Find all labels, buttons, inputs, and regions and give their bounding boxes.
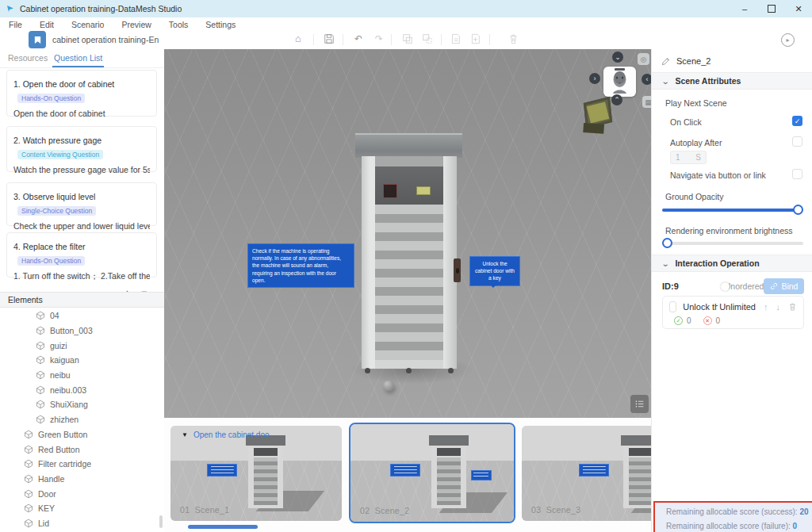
interaction-operation-card[interactable]: Unlock the ca··· Unlimited ↑ ↓ ✓ 0 ✕ 0 <box>662 296 804 329</box>
autoplay-seconds-input[interactable]: 1 S <box>670 151 707 164</box>
menu-tools[interactable]: Tools <box>160 20 197 29</box>
autoplay-checkbox[interactable] <box>792 136 802 147</box>
question-badge: Content Viewing Question <box>17 150 103 159</box>
paste-scene-icon[interactable] <box>470 33 483 46</box>
home-icon[interactable]: ⌂ <box>292 33 304 46</box>
element-item[interactable]: Red Button <box>0 442 164 457</box>
scene-title-row: Scene_2 <box>661 56 710 66</box>
menu-edit[interactable]: Edit <box>31 20 63 29</box>
question-card-1[interactable]: 1. Open the door of cabinetHands-On Ques… <box>6 70 157 117</box>
on-click-checkbox[interactable]: ✓ <box>792 116 802 126</box>
element-item[interactable]: kaiguan <box>0 353 164 368</box>
scene-annotation-left[interactable]: Check if the machine is operating normal… <box>247 243 354 288</box>
menu-settings[interactable]: Settings <box>197 20 244 29</box>
left-panel-tabs: Resources Question List <box>0 49 164 68</box>
pencil-icon[interactable] <box>661 57 670 66</box>
cabinet-model[interactable] <box>362 156 457 369</box>
copy-scene-icon[interactable] <box>450 33 463 46</box>
element-label: neibu <box>50 370 71 380</box>
menu-scenario[interactable]: Scenario <box>63 20 113 29</box>
thumbnail-label <box>390 464 420 477</box>
operation-checkbox[interactable] <box>669 301 676 312</box>
question-desc: Watch the pressure gage value for 5s at … <box>13 165 150 174</box>
orbit-up-button[interactable]: ⌄ <box>612 52 623 63</box>
scene-layers-button[interactable] <box>630 395 649 413</box>
on-click-label: On Click <box>670 117 702 127</box>
element-item[interactable]: Lid <box>0 516 164 531</box>
triangle-down-icon[interactable]: ▼ <box>182 431 188 438</box>
delete-operation-icon[interactable] <box>788 302 797 312</box>
question-card-2[interactable]: 2. Watch pressure gageContent Viewing Qu… <box>6 126 157 172</box>
ungroup-icon[interactable] <box>422 33 435 46</box>
element-item[interactable]: Green Button <box>0 427 164 442</box>
menu-preview[interactable]: Preview <box>113 20 159 29</box>
minimize-button[interactable]: – <box>731 0 758 17</box>
door-lock[interactable] <box>454 258 461 282</box>
element-item[interactable]: KEY <box>0 501 164 516</box>
thumbnails-scrollbar[interactable] <box>188 525 258 529</box>
scene-thumbnail-1[interactable]: ▼ Open the cabinet doo 01 Scene_1 <box>170 426 342 521</box>
ground-opacity-slider[interactable] <box>662 205 803 216</box>
navigate-checkbox[interactable] <box>792 169 802 179</box>
element-label: KEY <box>38 503 55 513</box>
tab-resources[interactable]: Resources <box>8 53 48 63</box>
question-card-3[interactable]: 3. Observe liquid levelSingle-Choice Que… <box>6 182 157 226</box>
element-item[interactable]: Door <box>0 486 164 501</box>
caster-wheel <box>448 368 454 373</box>
viewport-settings-button[interactable]: ◎ <box>638 53 649 65</box>
pressure-gauge[interactable] <box>383 184 397 198</box>
cabinet-top[interactable] <box>355 133 462 158</box>
move-up-icon[interactable]: ↑ <box>764 302 768 312</box>
bind-button[interactable]: Bind <box>764 278 804 294</box>
thumbnail-label <box>579 464 609 477</box>
operation-limit: Unlimited <box>719 302 756 312</box>
chevron-down-icon: ⌄ <box>661 77 670 86</box>
scene-thumbnail-2-selected[interactable]: 02 Scene_2 <box>349 423 515 523</box>
orbit-right-button[interactable]: ‹ <box>642 74 651 85</box>
move-down-icon[interactable]: ↓ <box>776 302 781 312</box>
viewport-3d[interactable]: Check if the machine is operating normal… <box>164 49 651 418</box>
element-item[interactable]: ShuiXiang <box>0 397 164 412</box>
liquid-level-indicator[interactable] <box>416 186 431 195</box>
bind-label: Bind <box>781 281 798 291</box>
element-label: Door <box>38 489 56 499</box>
play-scenario-button[interactable]: ▸ <box>781 33 795 47</box>
element-item[interactable]: Filter cartridge <box>0 457 164 472</box>
group-icon[interactable] <box>402 33 415 46</box>
elements-scrollbar[interactable] <box>159 515 163 528</box>
element-item[interactable]: Button_003 <box>0 323 164 339</box>
element-item[interactable]: neibu.003 <box>0 382 164 397</box>
redo-icon[interactable]: ↷ <box>373 33 385 46</box>
autoplay-after-label: Autoplay After <box>670 138 722 147</box>
close-button[interactable]: ✕ <box>785 0 812 17</box>
view-gizmo[interactable] <box>603 67 636 97</box>
key-object[interactable] <box>383 381 394 391</box>
maximize-button[interactable] <box>758 0 785 17</box>
grid-icon: ▦ <box>645 98 651 106</box>
question-card-4[interactable]: 4. Replace the filterHands-On Question 1… <box>6 232 157 277</box>
section-interaction-operation[interactable]: ⌄ Interaction Operation <box>652 255 812 272</box>
menu-file[interactable]: File <box>0 20 31 29</box>
scene-thumbnail-3[interactable]: 03 Scene_3 <box>522 426 651 521</box>
question-badge: Single-Choice Question <box>17 206 96 216</box>
orbit-down-button[interactable]: ⌃ <box>611 94 622 105</box>
undo-icon[interactable]: ↶ <box>352 33 365 46</box>
link-icon <box>770 282 778 290</box>
element-label: ShuiXiang <box>50 400 88 409</box>
save-icon[interactable] <box>324 33 336 46</box>
window-title: Cabinet operation training-DataMesh Stud… <box>20 4 182 13</box>
viewport-grid-button[interactable]: ▦ <box>642 96 651 108</box>
section-scene-attributes[interactable]: ⌄ Scene Attributes <box>652 72 812 90</box>
brightness-slider[interactable] <box>662 238 803 249</box>
element-item[interactable]: neibu <box>0 368 164 383</box>
elements-header: Elements <box>0 292 164 308</box>
element-item[interactable]: Handle <box>0 472 164 487</box>
orbit-left-button[interactable]: › <box>589 73 600 84</box>
tab-question-list[interactable]: Question List <box>54 53 102 63</box>
scene-annotation-right[interactable]: Unlock the cabinet door with a key <box>469 256 520 286</box>
delete-icon[interactable] <box>508 33 521 46</box>
element-item[interactable]: zhizhen <box>0 412 164 427</box>
element-item[interactable]: 04 <box>0 308 164 323</box>
element-item[interactable]: guizi <box>0 338 164 353</box>
right-panel: Scene_2 ⌄ Scene Attributes Play Next Sce… <box>651 49 812 532</box>
